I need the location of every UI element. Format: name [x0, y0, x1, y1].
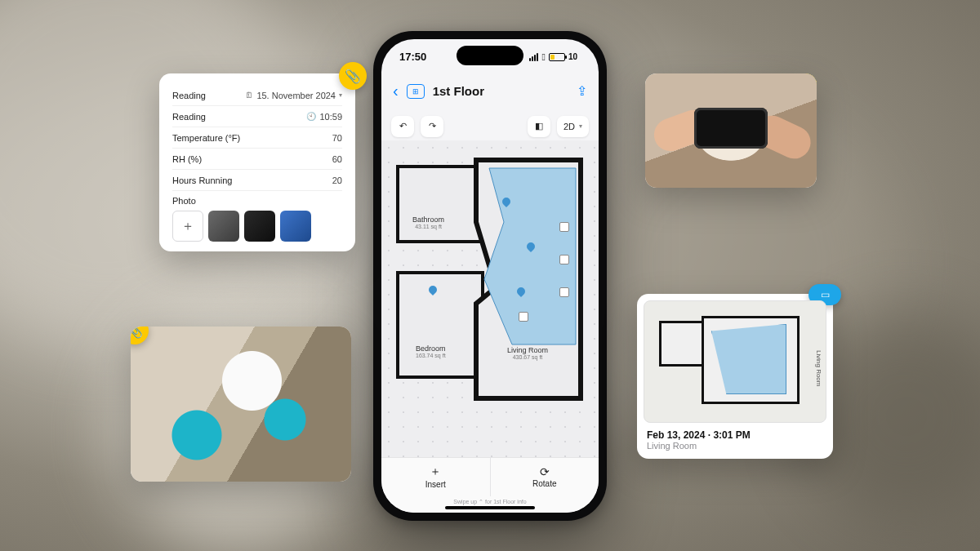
photo-section: Photo ＋ [172, 196, 342, 242]
site-photo-card[interactable]: 📎 [131, 327, 351, 482]
reading-row: Hours Running 20 [172, 170, 342, 191]
room-living[interactable] [471, 157, 586, 402]
swipe-hint: Swipe up ⌃ for 1st Floor info [381, 496, 599, 506]
snapshot-side-label: Living Room [815, 350, 822, 386]
view-mode-label: 2D [564, 122, 575, 131]
nav-bar: ‹ ⊞ 1st Floor ⇪ [381, 75, 599, 108]
equipment-icon[interactable] [519, 312, 528, 322]
reading-row: Reading 🗓15. November 2024▾ [172, 85, 342, 106]
readings-card: 📎 Reading 🗓15. November 2024▾ Reading 🕙1… [159, 73, 355, 251]
equipment-icon[interactable] [559, 287, 569, 297]
cellular-icon [529, 53, 538, 61]
snapshot-image: Living Room [644, 300, 826, 423]
clock-icon: 🕙 [306, 112, 316, 121]
canvas-toolbar: ↶ ↷ ◧ 2D ▾ [381, 113, 599, 140]
dynamic-island [457, 46, 523, 65]
chevron-down-icon: ▾ [339, 91, 342, 99]
reading-value[interactable]: 10:59 [319, 112, 342, 122]
reading-label: Reading [172, 112, 206, 122]
equipment-icon[interactable] [559, 222, 569, 232]
snapshot-room: Living Room [647, 441, 823, 451]
home-indicator[interactable] [445, 506, 535, 509]
mini-floorplan [659, 316, 814, 414]
layers-button[interactable]: ◧ [528, 116, 550, 137]
equipment-icon[interactable] [559, 255, 569, 264]
reading-value[interactable]: 60 [332, 154, 342, 164]
reading-row: Reading 🕙10:59 [172, 106, 342, 127]
undo-button[interactable]: ↶ [391, 116, 414, 137]
reading-label: Hours Running [172, 176, 232, 185]
insert-button[interactable]: ＋ Insert [381, 458, 491, 496]
photo-thumbnail[interactable] [244, 211, 275, 242]
reading-row: RH (%) 60 [172, 149, 342, 170]
wifi-icon: 􀙇 [541, 51, 545, 63]
reading-value[interactable]: 70 [332, 133, 342, 143]
reading-value[interactable]: 15. November 2024 [256, 91, 336, 100]
floorplan-canvas[interactable]: Bathroom43.11 sq ft Bedroom163.74 sq ft … [381, 140, 599, 457]
reading-label: Temperature (°F) [172, 133, 240, 143]
meter-photo-card[interactable]: 📎 [645, 73, 817, 188]
reading-value[interactable]: 20 [332, 176, 342, 185]
meter-photo [645, 73, 817, 188]
room-label-bathroom: Bathroom43.11 sq ft [412, 216, 444, 231]
hand-illustration [649, 105, 714, 156]
reading-row: Temperature (°F) 70 [172, 127, 342, 149]
page-title: 1st Floor [433, 84, 484, 98]
plus-icon: ＋ [430, 464, 441, 479]
phone-frame: 17:50 􀙇 10 ‹ ⊞ 1st Floor ⇪ ↶ ↷ ◧ 2D ▾ [373, 31, 607, 521]
room-label-bedroom: Bedroom163.74 sq ft [416, 344, 446, 360]
photo-label: Photo [172, 196, 342, 206]
phone-screen: 17:50 􀙇 10 ‹ ⊞ 1st Floor ⇪ ↶ ↷ ◧ 2D ▾ [381, 39, 599, 513]
photo-thumbnail[interactable] [208, 211, 239, 242]
redo-button[interactable]: ↷ [421, 116, 443, 137]
insert-label: Insert [425, 480, 446, 489]
attachment-icon: 📎 [339, 62, 367, 90]
rotate-icon: ⟳ [540, 465, 550, 478]
room-label-living: Living Room430.67 sq ft [507, 346, 548, 362]
reading-label: RH (%) [172, 154, 202, 164]
battery-icon [549, 53, 565, 61]
back-button[interactable]: ‹ [393, 82, 399, 100]
floor-selector-icon[interactable]: ⊞ [407, 84, 425, 99]
photo-thumbnail[interactable] [280, 211, 311, 242]
calendar-icon: 🗓 [245, 91, 253, 100]
site-photo [131, 327, 351, 482]
status-time: 17:50 [399, 51, 426, 63]
snapshot-card[interactable]: ▭ Living Room Feb 13, 2024 · 3:01 PM Liv… [637, 294, 833, 459]
rotate-label: Rotate [532, 479, 556, 488]
rotate-button[interactable]: ⟳ Rotate [491, 458, 599, 496]
snapshot-caption: Feb 13, 2024 · 3:01 PM Living Room [644, 423, 826, 451]
reading-label: Reading [172, 91, 206, 100]
add-photo-button[interactable]: ＋ [172, 211, 203, 242]
chevron-down-icon: ▾ [579, 122, 582, 130]
battery-percent: 10 [568, 52, 577, 61]
floorplan[interactable]: Bathroom43.11 sq ft Bedroom163.74 sq ft … [396, 165, 584, 426]
view-mode-toggle[interactable]: 2D ▾ [557, 116, 589, 137]
share-button[interactable]: ⇪ [577, 83, 587, 99]
bottom-toolbar: ＋ Insert ⟳ Rotate Swipe up ⌃ for 1st Flo… [381, 457, 599, 513]
snapshot-timestamp: Feb 13, 2024 · 3:01 PM [647, 429, 823, 441]
hand-illustration [751, 110, 816, 164]
status-indicators: 􀙇 10 [529, 51, 577, 63]
